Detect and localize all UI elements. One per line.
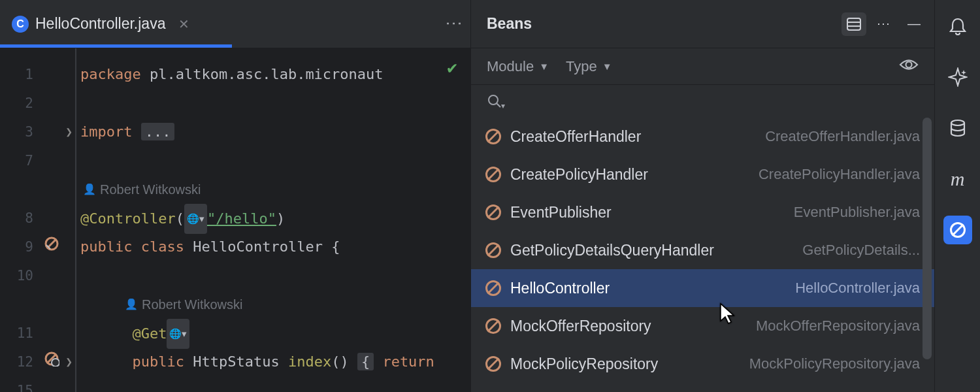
bean-name: HelloController <box>510 280 610 297</box>
fold-placeholder[interactable]: ... <box>141 123 175 140</box>
code-area[interactable]: package pl.altkom.asc.lab.micronaut impo… <box>75 48 470 392</box>
bean-name: MockOfferRepository <box>510 318 651 335</box>
svg-point-9 <box>489 95 498 105</box>
chevron-down-icon: ▼ <box>602 61 612 72</box>
maven-button[interactable]: m <box>943 165 972 193</box>
bean-file: HelloController.java <box>795 280 920 297</box>
bean-icon <box>485 356 501 372</box>
line-number: 2 <box>25 95 33 111</box>
svg-point-8 <box>906 61 912 67</box>
svg-line-10 <box>497 103 500 107</box>
filter-module[interactable]: Module▼ <box>487 58 549 75</box>
keyword: public <box>132 353 193 370</box>
url-mapping-badge[interactable]: 🌐▾ <box>167 319 189 349</box>
bean-file: CreatePolicyHandler.java <box>759 166 920 183</box>
chevron-down-icon: ▾ <box>501 101 505 110</box>
scrollbar[interactable] <box>923 118 932 359</box>
database-button[interactable] <box>943 114 972 142</box>
bean-name: MockPolicyRepository <box>510 355 658 373</box>
beans-search[interactable]: ▾ <box>471 85 934 118</box>
svg-line-1 <box>48 240 56 248</box>
bean-file: GetPolicyDetails... <box>802 242 920 259</box>
bean-icon <box>485 167 501 182</box>
bean-icon <box>485 318 501 334</box>
right-tool-strip: m <box>934 0 980 392</box>
tab-overflow-menu[interactable]: ⋮ <box>444 15 464 33</box>
bean-name: CreateOfferHandler <box>510 128 641 146</box>
bean-row[interactable]: HelloControllerHelloController.java <box>471 269 934 307</box>
chevron-down-icon: ▼ <box>539 61 549 72</box>
bean-row[interactable]: MockPolicyRepositoryMockPolicyRepository… <box>471 345 934 383</box>
line-number: 12 <box>17 354 33 370</box>
svg-point-4 <box>52 359 59 367</box>
svg-point-11 <box>951 120 964 125</box>
brace: { <box>331 238 340 255</box>
line-number: 9 <box>25 239 33 255</box>
beans-tool-button[interactable] <box>943 216 972 244</box>
bean-icon <box>485 204 501 220</box>
editor-body[interactable]: ✔ 1 2 3❯ 7 8 9 10 11 12 ❯ <box>0 48 470 392</box>
editor-tab-bar: C HelloController.java ✕ ⋮ <box>0 0 470 48</box>
line-number: 3 <box>25 124 33 140</box>
beans-header: Beans ⋮ — <box>471 0 934 48</box>
bean-row[interactable]: GetPolicyDetailsQueryHandlerGetPolicyDet… <box>471 231 934 269</box>
annotation: @Get <box>132 325 167 342</box>
bean-file: MockPolicyRepository.java <box>749 355 920 372</box>
keyword: return <box>374 353 434 370</box>
method-name: index <box>288 353 331 370</box>
line-number: 10 <box>17 268 33 284</box>
bean-row[interactable]: EventPublisherEventPublisher.java <box>471 193 934 231</box>
string-literal: "/hello" <box>207 210 276 227</box>
endpoint-gutter-icon[interactable] <box>44 348 59 376</box>
ai-assistant-button[interactable] <box>943 63 972 91</box>
panel-title: Beans <box>487 15 836 33</box>
keyword: public <box>80 238 141 255</box>
keyword: class <box>141 238 193 255</box>
user-icon: 👤 <box>125 290 138 319</box>
visibility-toggle[interactable] <box>899 57 919 76</box>
package-name: pl.altkom.asc.lab.micronaut <box>141 66 384 82</box>
line-number: 8 <box>25 210 33 226</box>
bean-row[interactable]: CreateOfferHandlerCreateOfferHandler.jav… <box>471 118 934 155</box>
user-icon: 👤 <box>83 175 96 204</box>
minimize-button[interactable]: — <box>902 12 926 36</box>
notifications-button[interactable] <box>943 12 972 41</box>
chevron-right-icon[interactable]: ❯ <box>65 348 73 376</box>
bean-gutter-icon[interactable] <box>44 233 59 261</box>
bean-icon <box>485 129 501 144</box>
bean-icon <box>485 280 501 296</box>
bean-name: CreatePolicyHandler <box>510 166 648 184</box>
line-number: 7 <box>25 153 33 169</box>
parens: () <box>331 353 357 370</box>
filter-type[interactable]: Type▼ <box>566 58 612 75</box>
svg-rect-5 <box>847 18 860 30</box>
filter-label: Type <box>566 58 597 75</box>
options-menu[interactable]: ⋮ <box>872 12 896 36</box>
bean-file: CreateOfferHandler.java <box>765 128 920 145</box>
editor-gutter: 1 2 3❯ 7 8 9 10 11 12 ❯ 15 <box>0 48 75 392</box>
chevron-right-icon[interactable]: ❯ <box>65 118 73 146</box>
active-tab-indicator <box>0 44 232 48</box>
expand-view-button[interactable] <box>841 12 866 36</box>
close-icon[interactable]: ✕ <box>178 16 189 32</box>
bean-row[interactable]: CreatePolicyHandlerCreatePolicyHandler.j… <box>471 155 934 193</box>
tab-hellocontroller[interactable]: C HelloController.java ✕ <box>12 15 203 33</box>
tab-filename: HelloController.java <box>35 15 165 33</box>
beans-panel: Beans ⋮ — Module▼ Type▼ ▾ CreateOfferHan… <box>470 0 934 392</box>
bean-row[interactable]: MockOfferRepositoryMockOfferRepository.j… <box>471 307 934 345</box>
bean-name: EventPublisher <box>510 204 612 221</box>
line-number: 1 <box>25 67 33 82</box>
keyword: package <box>80 66 141 82</box>
beans-filter-bar: Module▼ Type▼ <box>471 48 934 85</box>
brace: { <box>357 353 374 370</box>
author-hint: Robert Witkowski <box>142 290 242 319</box>
bean-name: GetPolicyDetailsQueryHandler <box>510 242 714 259</box>
type: HttpStatus <box>193 353 288 370</box>
annotation: @Controller <box>80 210 176 227</box>
bean-file: MockOfferRepository.java <box>756 318 920 335</box>
bean-icon <box>485 242 501 258</box>
filter-label: Module <box>487 58 534 75</box>
line-number: 11 <box>17 325 33 341</box>
java-class-icon: C <box>12 16 29 33</box>
url-mapping-badge[interactable]: 🌐▾ <box>184 204 207 234</box>
